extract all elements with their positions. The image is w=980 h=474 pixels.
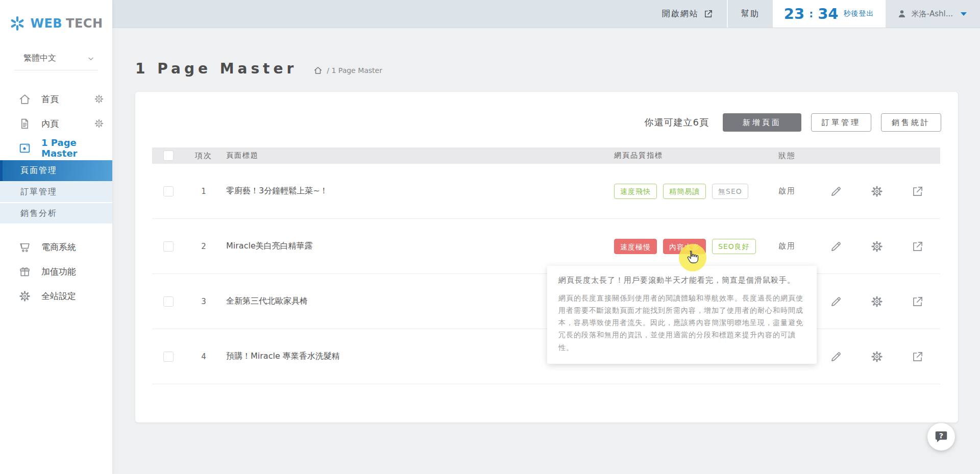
sidebar-item-label: 加值功能 xyxy=(41,266,76,278)
sidebar-item-label: 內頁 xyxy=(41,118,59,130)
sidebar-item-site-settings[interactable]: 全站設定 xyxy=(0,284,112,308)
language-label: 繁體中文 xyxy=(23,53,56,64)
table-row: 4 預購！Miracle 專業香水洗髮精 xyxy=(152,329,940,384)
open-external-icon[interactable] xyxy=(911,350,924,363)
row-index: 4 xyxy=(189,352,218,361)
gift-icon xyxy=(18,265,31,278)
row-index: 1 xyxy=(189,187,218,196)
row-checkbox[interactable] xyxy=(163,352,174,362)
select-all-checkbox[interactable] xyxy=(163,151,174,161)
home-icon xyxy=(18,93,31,106)
sidebar-item-addons[interactable]: 加值功能 xyxy=(0,259,112,284)
sidebar-item-label: 首頁 xyxy=(41,93,59,105)
sidebar-item-page-master[interactable]: 1 Page Master xyxy=(0,136,112,160)
quality-badge[interactable]: SEO良好 xyxy=(712,239,756,254)
quality-tooltip: 網頁長度太長了！用戶要滾動半天才能看完，簡直是個滑鼠殺手。 網頁的長度直接關係到… xyxy=(547,266,817,364)
timer-seconds: 34 xyxy=(818,5,838,22)
external-link-icon xyxy=(703,9,714,19)
row-index: 3 xyxy=(189,297,218,306)
open-external-icon[interactable] xyxy=(911,185,924,198)
settings-gear-icon[interactable] xyxy=(870,185,884,198)
chevron-down-icon xyxy=(87,55,95,63)
subitem-label: 頁面管理 xyxy=(20,165,57,176)
table-row: 3 全新第三代北歐家具椅 xyxy=(152,274,940,329)
table-row: 2 Miracle美白亮白精華露 速度極慢 內容太多 SEO良好 啟用 xyxy=(152,219,940,274)
open-site-label: 開啟網站 xyxy=(662,9,699,19)
settings-gear-icon[interactable] xyxy=(870,295,884,308)
breadcrumb-text: / 1 Page Master xyxy=(327,66,382,74)
user-name: 米洛-Ashl... xyxy=(912,9,953,19)
header-title: 頁面標題 xyxy=(218,151,614,160)
sidebar-item-label: 1 Page Master xyxy=(41,137,112,159)
open-external-icon[interactable] xyxy=(911,240,924,253)
gear-icon[interactable] xyxy=(94,118,104,129)
tooltip-body: 網頁的長度直接關係到使用者的閱讀體驗和導航效率。長度過長的網頁使用者需要不斷滾動… xyxy=(558,292,804,353)
quality-badge[interactable]: 速度飛快 xyxy=(614,184,657,199)
quality-badge[interactable]: 速度極慢 xyxy=(614,239,657,254)
status-text: 啟用 xyxy=(778,241,829,251)
status-text: 啟用 xyxy=(778,186,829,196)
logout-timer: 23 : 34 秒後登出 xyxy=(773,0,886,28)
sidebar-subitem-page-management[interactable]: 頁面管理 xyxy=(0,160,112,181)
star-window-icon xyxy=(18,142,31,155)
help-label: 幫助 xyxy=(741,9,760,19)
sidebar-item-label: 電商系統 xyxy=(41,241,76,253)
language-selector[interactable]: 繁體中文 xyxy=(14,47,98,70)
timer-minutes: 23 xyxy=(784,5,804,22)
row-checkbox[interactable] xyxy=(163,186,174,196)
subitem-label: 訂單管理 xyxy=(20,187,57,197)
tooltip-title: 網頁長度太長了！用戶要滾動半天才能看完，簡直是個滑鼠殺手。 xyxy=(558,275,804,286)
page-title-cell: 零廚藝！3分鐘輕鬆上菜~！ xyxy=(218,186,614,196)
user-menu[interactable]: 米洛-Ashl... xyxy=(886,0,980,28)
settings-gear-icon[interactable] xyxy=(870,240,884,253)
open-external-icon[interactable] xyxy=(911,295,924,308)
quality-badge[interactable]: 精簡易讀 xyxy=(663,184,706,199)
row-checkbox[interactable] xyxy=(163,241,174,252)
timer-separator: : xyxy=(809,8,813,20)
sidebar-subitem-sales-analysis[interactable]: 銷售分析 xyxy=(0,203,112,223)
subitem-label: 銷售分析 xyxy=(20,208,57,219)
edit-pencil-icon[interactable] xyxy=(829,185,843,198)
topbar: 開啟網站 幫助 23 : 34 秒後登出 米洛-Ashl... xyxy=(112,0,980,28)
header-quality: 網頁品質指標 xyxy=(614,151,778,160)
edit-pencil-icon[interactable] xyxy=(829,295,843,308)
row-index: 2 xyxy=(189,242,218,251)
help-fab-button[interactable]: ? xyxy=(927,423,955,451)
header-status: 狀態 xyxy=(778,151,829,161)
quota-text: 你還可建立6頁 xyxy=(645,116,709,129)
question-mark: ? xyxy=(939,432,943,440)
user-icon xyxy=(897,9,907,19)
gear-icon xyxy=(18,290,31,303)
table-row: 1 零廚藝！3分鐘輕鬆上菜~！ 速度飛快 精簡易讀 無SEO 啟用 xyxy=(152,164,940,219)
gear-icon[interactable] xyxy=(94,94,104,104)
page-list-panel: 你還可建立6頁 新增頁面 訂單管理 銷售統計 項次 頁面標題 網頁品質指標 狀態… xyxy=(135,92,958,422)
cart-icon xyxy=(18,241,31,254)
order-management-button[interactable]: 訂單管理 xyxy=(811,113,871,132)
edit-pencil-icon[interactable] xyxy=(829,240,843,253)
settings-gear-icon[interactable] xyxy=(870,350,884,363)
breadcrumb: / 1 Page Master xyxy=(313,66,382,77)
caret-down-icon xyxy=(961,12,967,16)
table-header: 項次 頁面標題 網頁品質指標 狀態 xyxy=(152,147,940,164)
home-icon xyxy=(313,66,323,75)
pages-table: 項次 頁面標題 網頁品質指標 狀態 1 零廚藝！3分鐘輕鬆上菜~！ 速度飛快 精… xyxy=(152,147,940,384)
brand-word-web: WEB xyxy=(30,16,62,31)
brand-logo: WEB TECH xyxy=(0,0,112,47)
row-checkbox[interactable] xyxy=(163,296,174,307)
page-title: 1 Page Master xyxy=(135,60,297,77)
page-title-cell: Miracle美白亮白精華露 xyxy=(218,241,614,252)
sales-stats-button[interactable]: 銷售統計 xyxy=(881,113,941,132)
sidebar-item-ecommerce[interactable]: 電商系統 xyxy=(0,235,112,259)
edit-pencil-icon[interactable] xyxy=(829,350,843,363)
asterisk-icon xyxy=(9,15,26,32)
add-page-button[interactable]: 新增頁面 xyxy=(723,113,801,132)
sidebar-item-inner-page[interactable]: 內頁 xyxy=(0,111,112,136)
sidebar-item-home[interactable]: 首頁 xyxy=(0,87,112,111)
help-link[interactable]: 幫助 xyxy=(728,0,773,28)
brand-word-tech: TECH xyxy=(66,16,103,31)
sidebar-subitem-order-management[interactable]: 訂單管理 xyxy=(0,182,112,202)
open-site-link[interactable]: 開啟網站 xyxy=(649,0,727,28)
sidebar-item-label: 全站設定 xyxy=(41,290,76,302)
quality-badge[interactable]: 無SEO xyxy=(712,184,748,199)
timer-suffix: 秒後登出 xyxy=(844,9,874,18)
